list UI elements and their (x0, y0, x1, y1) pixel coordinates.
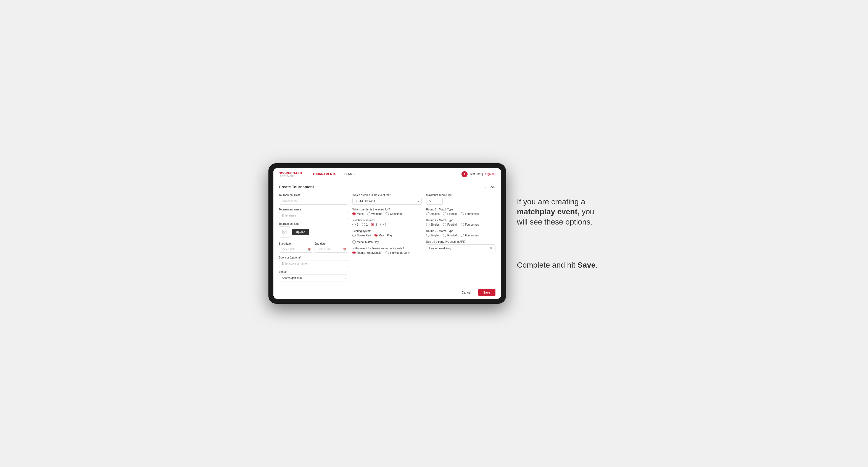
scoring-stroke-radio[interactable] (352, 234, 356, 237)
rounds-4[interactable]: 4 (380, 223, 386, 226)
annotation-1: If you are creating a matchplay event, y… (517, 197, 600, 227)
rounds-2-radio[interactable] (362, 223, 365, 226)
division-select-wrapper: NCAA Division I (352, 198, 422, 205)
individuals-option[interactable]: Individuals Only (385, 251, 409, 254)
sponsor-group: Sponsor (optional) (279, 256, 348, 267)
api-tag: Leaderboard King ✕ (426, 244, 495, 252)
round1-foursomes-radio[interactable] (461, 212, 464, 215)
annotation-text-1: If you are creating a matchplay event, y… (517, 197, 600, 227)
back-button[interactable]: ← Back (485, 185, 495, 189)
max-team-size-label: Maximum Team Size (426, 194, 495, 197)
tournament-name-group: Tournament name (279, 208, 348, 219)
tournament-host-input[interactable] (279, 198, 348, 205)
round3-singles[interactable]: Singles (426, 234, 440, 237)
round3-singles-radio[interactable] (426, 234, 429, 237)
user-avatar: T (462, 171, 468, 177)
rounds-3-radio[interactable] (371, 223, 374, 226)
calendar-icon: 📅 (307, 248, 311, 251)
tournament-logo-label: Tournament logo (279, 222, 348, 225)
rounds-4-radio[interactable] (380, 223, 383, 226)
round3-foursomes[interactable]: Foursomes (461, 234, 479, 237)
api-remove-button[interactable]: ✕ (490, 246, 492, 250)
venue-select[interactable]: Search golf club (279, 275, 348, 281)
gender-combined[interactable]: Combined (385, 212, 403, 215)
form-col-1: Tournament Host Tournament name Tourname… (279, 194, 348, 281)
teams-option[interactable]: Teams (+Individuals) (352, 251, 382, 254)
teams-radio-group: Teams (+Individuals) Individuals Only (352, 251, 422, 254)
round3-fourball-radio[interactable] (443, 234, 446, 237)
gender-mens[interactable]: Mens (352, 212, 364, 215)
navbar: SCOREBOARD Powered by clippit TOURNAMENT… (273, 168, 501, 180)
api-group: Use third-party live scoring API? Leader… (426, 240, 495, 252)
round2-foursomes[interactable]: Foursomes (461, 223, 479, 226)
scoring-match[interactable]: Match Play (374, 234, 392, 237)
gender-mens-radio[interactable] (352, 212, 356, 215)
logo-upload-area: Upload (279, 226, 348, 238)
round3-label: Round 3 - Match Type (426, 229, 495, 232)
individuals-radio[interactable] (385, 251, 389, 254)
teams-radio[interactable] (352, 251, 356, 254)
round2-group: Round 2 - Match Type Singles Fourball (426, 219, 495, 226)
scoring-group: Scoring system Stroke Play Match Play (352, 229, 422, 244)
start-date-group: Start date 📅 (279, 241, 312, 253)
round2-fourball-radio[interactable] (443, 223, 446, 226)
start-date-wrapper: 📅 (279, 246, 312, 253)
app-logo: SCOREBOARD Powered by clippit (279, 172, 302, 177)
rounds-3[interactable]: 3 (371, 223, 377, 226)
scoring-match-radio[interactable] (374, 234, 377, 237)
svg-point-1 (283, 231, 284, 231)
user-name: Test User | (470, 173, 483, 176)
logo-title: SCOREBOARD (279, 172, 302, 175)
form-col-2: Which division is the event for? NCAA Di… (352, 194, 422, 254)
upload-button[interactable]: Upload (292, 229, 309, 235)
gender-womens[interactable]: Womens (367, 212, 382, 215)
round2-singles[interactable]: Singles (426, 223, 440, 226)
round1-singles-radio[interactable] (426, 212, 429, 215)
rounds-1[interactable]: 1 (352, 223, 359, 226)
sponsor-input[interactable] (279, 260, 348, 267)
sponsor-label: Sponsor (optional) (279, 256, 348, 259)
save-button[interactable]: Save (478, 289, 495, 296)
logo-subtitle: Powered by clippit (279, 175, 302, 177)
round1-singles[interactable]: Singles (426, 212, 440, 215)
round2-fourball[interactable]: Fourball (443, 223, 457, 226)
gender-womens-radio[interactable] (367, 212, 370, 215)
scoring-medal[interactable]: Medal Match Play (352, 240, 379, 244)
round1-foursomes[interactable]: Foursomes (461, 212, 479, 215)
cancel-button[interactable]: Cancel (457, 289, 475, 296)
round1-fourball-radio[interactable] (443, 212, 446, 215)
tab-tournaments[interactable]: TOURNAMENTS (309, 168, 340, 180)
round3-foursomes-radio[interactable] (461, 234, 464, 237)
max-team-size-group: Maximum Team Size (426, 194, 495, 205)
round1-radio-group: Singles Fourball Foursomes (426, 212, 495, 215)
start-date-label: Start date (279, 242, 291, 245)
round3-group: Round 3 - Match Type Singles Fourball (426, 229, 495, 237)
calendar-end-icon: 📅 (343, 248, 346, 251)
sign-out-link[interactable]: Sign out (485, 173, 495, 176)
rounds-1-radio[interactable] (352, 223, 356, 226)
round1-fourball[interactable]: Fourball (443, 212, 457, 215)
gender-combined-radio[interactable] (385, 212, 389, 215)
round2-singles-radio[interactable] (426, 223, 429, 226)
form-col-3: Maximum Team Size Round 1 - Match Type S… (426, 194, 495, 252)
round2-foursomes-radio[interactable] (461, 223, 464, 226)
tablet-device: SCOREBOARD Powered by clippit TOURNAMENT… (269, 163, 506, 304)
round3-fourball[interactable]: Fourball (443, 234, 457, 237)
scoring-medal-radio[interactable] (352, 240, 356, 244)
venue-select-wrapper: Search golf club (279, 275, 348, 281)
tournament-name-input[interactable] (279, 212, 348, 219)
division-select[interactable]: NCAA Division I (352, 198, 422, 205)
round3-radio-group: Singles Fourball Foursomes (426, 234, 495, 237)
rounds-2[interactable]: 2 (362, 223, 368, 226)
scoring-radio-group: Stroke Play Match Play Medal Match Play (352, 234, 422, 244)
tab-teams[interactable]: TEAMS (340, 168, 359, 180)
division-label: Which division is the event for? (352, 194, 422, 197)
venue-group: Venue Search golf club (279, 270, 348, 281)
scoring-stroke[interactable]: Stroke Play (352, 234, 371, 237)
max-team-size-input[interactable] (426, 198, 443, 205)
annotations: If you are creating a matchplay event, y… (517, 197, 600, 270)
tournament-host-group: Tournament Host (279, 194, 348, 205)
gender-group: Which gender is the event for? Mens Wome… (352, 208, 422, 215)
teams-individuals-label: Is this event for Teams and/or Individua… (352, 247, 422, 250)
page-title: Create Tournament (279, 185, 314, 189)
